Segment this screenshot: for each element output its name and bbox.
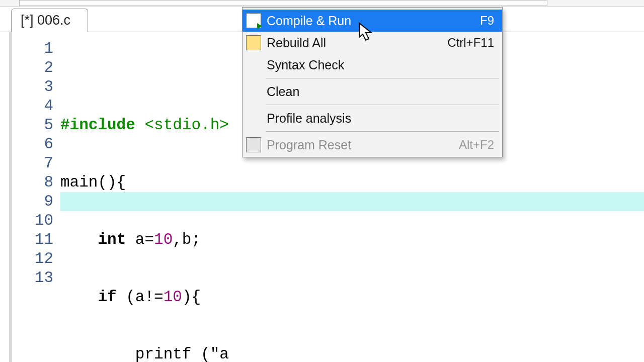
line-number: 4 bbox=[12, 97, 53, 116]
line-number: 13 bbox=[12, 268, 53, 288]
toolbar-area bbox=[19, 0, 547, 6]
menu-item-rebuild-all[interactable]: Rebuild All Ctrl+F11 bbox=[243, 32, 502, 54]
menu-accel: Alt+F2 bbox=[459, 138, 494, 152]
code-line: if (a!=10){ bbox=[60, 288, 644, 307]
menu-accel: F9 bbox=[480, 14, 494, 28]
line-number: 2 bbox=[12, 58, 53, 77]
reset-icon bbox=[246, 137, 261, 152]
line-number: 7 bbox=[12, 154, 53, 173]
menu-label: Syntax Check bbox=[265, 58, 494, 72]
menu-separator bbox=[266, 105, 499, 105]
menu-separator bbox=[266, 131, 499, 132]
rebuild-icon bbox=[246, 35, 261, 50]
toolbar-stub bbox=[0, 0, 644, 7]
line-number: 11 bbox=[12, 230, 53, 249]
menu-label: Profile analysis bbox=[265, 111, 494, 126]
menu-separator bbox=[266, 78, 499, 78]
caret-line-highlight bbox=[60, 192, 644, 211]
menu-item-program-reset: Program Reset Alt+F2 bbox=[243, 134, 502, 156]
code-line: printf ("a bbox=[60, 345, 644, 362]
line-number: 6 bbox=[12, 135, 53, 154]
menu-accel: Ctrl+F11 bbox=[447, 36, 494, 50]
execute-menu: Compile & Run F9 Rebuild All Ctrl+F11 Sy… bbox=[242, 7, 503, 157]
line-number: 12 bbox=[12, 249, 53, 268]
code-line: main(){ bbox=[60, 173, 644, 192]
menu-label: Clean bbox=[265, 84, 494, 99]
menu-item-compile-run[interactable]: Compile & Run F9 bbox=[243, 10, 502, 32]
file-tab[interactable]: [*] 006.c bbox=[11, 9, 88, 32]
line-number: 9 bbox=[12, 192, 53, 211]
line-number: 8 bbox=[12, 173, 53, 192]
line-number-gutter: 1 2 3 4 5 6 7 8 9 10 11 12 13 bbox=[12, 32, 60, 362]
menu-label: Compile & Run bbox=[265, 14, 480, 28]
line-number: 5 bbox=[12, 116, 53, 135]
line-number: 10 bbox=[12, 211, 53, 230]
menu-item-syntax-check[interactable]: Syntax Check bbox=[243, 54, 502, 76]
code-line: int a=10,b; bbox=[60, 230, 644, 249]
menu-item-clean[interactable]: Clean bbox=[243, 80, 502, 103]
line-number: 3 bbox=[12, 77, 53, 97]
compile-run-icon bbox=[246, 13, 261, 28]
line-number: 1 bbox=[12, 39, 53, 58]
menu-item-profile-analysis[interactable]: Profile analysis bbox=[243, 107, 502, 129]
menu-label: Rebuild All bbox=[265, 36, 447, 50]
menu-label: Program Reset bbox=[265, 138, 459, 152]
